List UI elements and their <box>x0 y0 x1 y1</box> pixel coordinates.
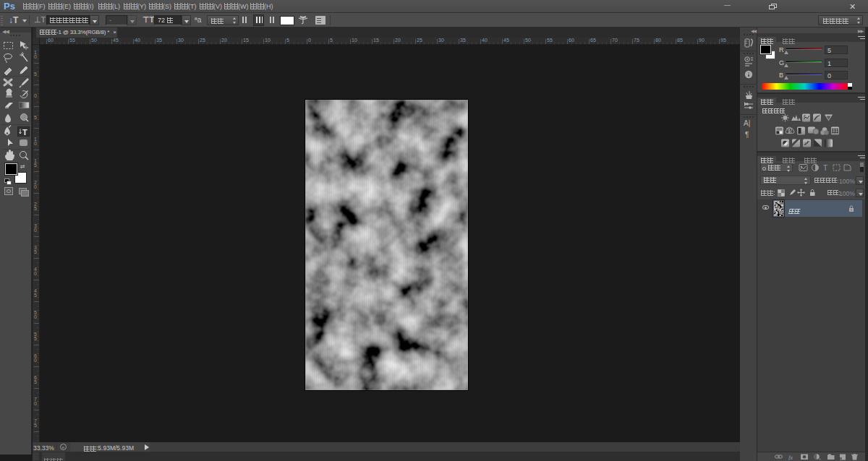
svg-text:¶: ¶ <box>745 131 749 139</box>
svg-text:T: T <box>823 164 827 172</box>
svg-text:A|: A| <box>744 119 750 127</box>
svg-text:fx: fx <box>788 454 793 461</box>
